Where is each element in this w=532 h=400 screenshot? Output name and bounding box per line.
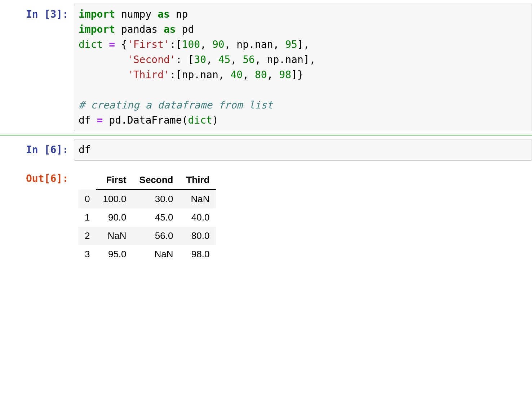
table-cell: 100.0 [96, 190, 133, 208]
code-token [273, 99, 279, 111]
table-corner [78, 171, 96, 190]
code-token: ]} [291, 69, 310, 81]
table-cell: 30.0 [133, 190, 180, 208]
code-token: np [170, 8, 188, 20]
table-cell: 45.0 [133, 208, 180, 227]
code-token: 'Third' [127, 69, 170, 81]
code-token: pd.DataFrame( [103, 114, 188, 126]
code-token: 90 [212, 39, 225, 50]
code-token: 56 [243, 54, 255, 66]
table-cell: 80.0 [179, 227, 216, 245]
code-token: , [267, 69, 279, 81]
code-token: 'Second' [127, 54, 176, 66]
table-cell: NaN [96, 227, 133, 245]
in-prompt: In [3]: [0, 4, 74, 131]
code-token: , np.nan], [255, 54, 322, 66]
dataframe-table: FirstSecondThird 0100.030.0NaN190.045.04… [78, 171, 216, 263]
code-token [79, 84, 91, 96]
code-token: 30 [194, 54, 206, 66]
code-token: :[np.nan, [170, 69, 231, 81]
code-token: = [109, 39, 115, 50]
code-token [103, 39, 109, 50]
column-header: First [96, 171, 133, 190]
code-token: ], [297, 39, 316, 50]
code-token: = [97, 114, 103, 126]
code-token: , [206, 54, 218, 66]
code-token: import [79, 8, 115, 20]
column-header: Third [179, 171, 216, 190]
code-token: df [79, 114, 97, 126]
code-token: : [ [176, 54, 194, 66]
code-cell: In [3]: import numpy as np import pandas… [0, 0, 532, 135]
code-token: ) [212, 114, 218, 126]
output-cell: Out[6]: FirstSecondThird 0100.030.0NaN19… [0, 164, 532, 270]
row-index: 2 [78, 227, 96, 245]
code-token: 100 [182, 39, 200, 50]
table-row: 395.0NaN98.0 [78, 245, 216, 263]
code-token: 80 [255, 69, 267, 81]
table-header-row: FirstSecondThird [78, 171, 216, 190]
code-token: 95 [285, 39, 297, 50]
table-cell: 40.0 [179, 208, 216, 227]
code-token: 98 [279, 69, 291, 81]
code-token: pandas [115, 23, 164, 35]
code-token: numpy [115, 8, 158, 20]
code-token: { [115, 39, 127, 50]
code-token: 45 [218, 54, 231, 66]
in-prompt: In [6]: [0, 139, 74, 161]
code-token: , [230, 54, 243, 66]
code-token: # creating a dataframe from list [79, 99, 273, 111]
row-index: 3 [78, 245, 96, 263]
code-token: df [79, 144, 91, 156]
code-token: , [200, 39, 212, 50]
output-area: FirstSecondThird 0100.030.0NaN190.045.04… [74, 168, 532, 266]
code-token: , [243, 69, 255, 81]
table-row: 0100.030.0NaN [78, 190, 216, 208]
table-cell: 56.0 [133, 227, 180, 245]
code-token: pd [176, 23, 194, 35]
code-token: import [79, 23, 115, 35]
code-token: dict [79, 39, 103, 50]
table-row: 2NaN56.080.0 [78, 227, 216, 245]
column-header: Second [133, 171, 180, 190]
code-input[interactable]: df [74, 139, 532, 161]
code-token: :[ [170, 39, 182, 50]
table-cell: 95.0 [96, 245, 133, 263]
table-row: 190.045.040.0 [78, 208, 216, 227]
table-cell: NaN [179, 190, 216, 208]
code-token: as [164, 23, 176, 35]
code-input[interactable]: import numpy as np import pandas as pd d… [74, 4, 532, 131]
row-index: 0 [78, 190, 96, 208]
out-prompt: Out[6]: [0, 168, 74, 266]
code-token [79, 69, 127, 81]
code-token: 40 [230, 69, 243, 81]
table-cell: NaN [133, 245, 180, 263]
table-cell: 98.0 [179, 245, 216, 263]
table-cell: 90.0 [96, 208, 133, 227]
code-token [79, 54, 127, 66]
code-token: , np.nan, [225, 39, 285, 50]
code-token: dict [188, 114, 212, 126]
row-index: 1 [78, 208, 96, 227]
code-token: as [158, 8, 170, 20]
code-cell: In [6]: df [0, 135, 532, 164]
code-token: 'First' [127, 39, 170, 50]
